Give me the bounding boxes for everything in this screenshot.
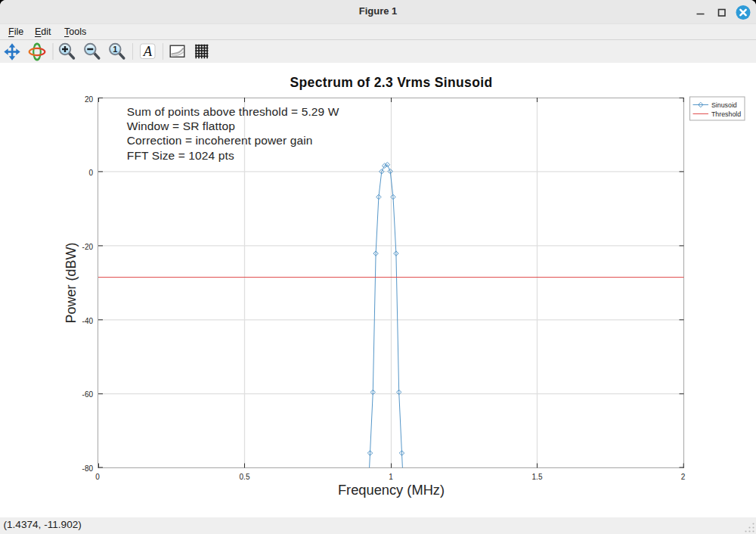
svg-text:Threshold: Threshold (711, 110, 741, 118)
svg-text:-20: -20 (82, 243, 94, 251)
svg-text:FFT Size = 1024 pts: FFT Size = 1024 pts (127, 149, 234, 162)
svg-text:1: 1 (113, 45, 117, 54)
svg-text:Frequency (MHz): Frequency (MHz) (338, 482, 445, 498)
svg-text:A: A (142, 44, 153, 59)
svg-text:1: 1 (389, 473, 393, 481)
svg-text:20: 20 (85, 95, 94, 104)
svg-text:0.5: 0.5 (240, 473, 250, 481)
svg-text:Window = SR flattop: Window = SR flattop (127, 120, 235, 132)
svg-text:-60: -60 (82, 390, 94, 399)
svg-text:-40: -40 (82, 317, 94, 325)
svg-text:0: 0 (88, 169, 93, 177)
svg-text:Spectrum of 2.3 Vrms Sinusoid: Spectrum of 2.3 Vrms Sinusoid (290, 75, 493, 90)
svg-text:Correction = incoherent power: Correction = incoherent power gain (127, 134, 313, 147)
svg-text:Sinusoid: Sinusoid (711, 101, 737, 109)
svg-text:Power (dBW): Power (dBW) (64, 242, 79, 323)
svg-text:1.5: 1.5 (532, 473, 543, 481)
svg-text:-80: -80 (82, 464, 94, 473)
svg-text:2: 2 (681, 473, 686, 481)
svg-text:Sum of points above threshold: Sum of points above threshold = 5.29 W (127, 105, 339, 118)
svg-text:0: 0 (95, 473, 100, 481)
